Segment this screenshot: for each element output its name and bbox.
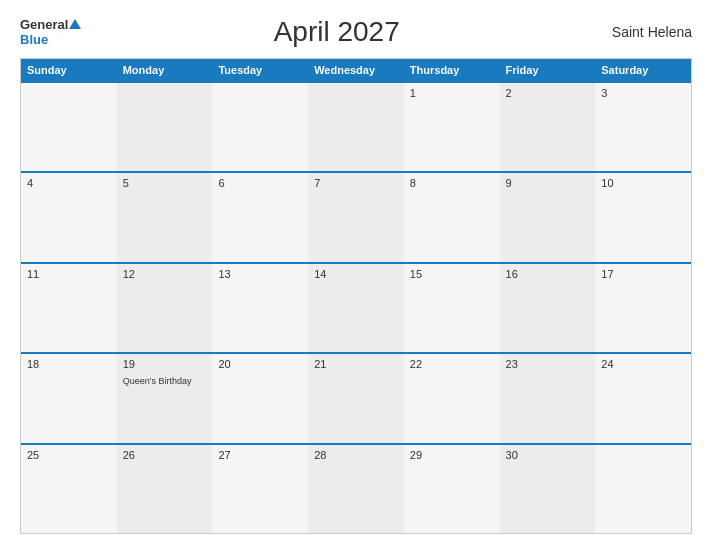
cell-w3-wed: 14 (308, 264, 404, 352)
cell-w3-sun: 11 (21, 264, 117, 352)
cell-w4-tue: 20 (212, 354, 308, 442)
cell-w1-sat: 3 (595, 83, 691, 171)
calendar-body: 1 2 3 4 5 6 7 8 9 10 11 12 13 14 15 (21, 81, 691, 533)
region-label: Saint Helena (592, 24, 692, 40)
header-thursday: Thursday (404, 59, 500, 81)
cell-w2-tue: 6 (212, 173, 308, 261)
logo-general-text: General (20, 17, 68, 32)
cell-w1-thu: 1 (404, 83, 500, 171)
cell-w5-wed: 28 (308, 445, 404, 533)
cell-w1-fri: 2 (500, 83, 596, 171)
week-4: 18 19 Queen's Birthday 20 21 22 23 24 (21, 352, 691, 442)
cell-w4-mon: 19 Queen's Birthday (117, 354, 213, 442)
cell-w2-mon: 5 (117, 173, 213, 261)
cell-w4-fri: 23 (500, 354, 596, 442)
week-2: 4 5 6 7 8 9 10 (21, 171, 691, 261)
header-friday: Friday (500, 59, 596, 81)
week-1: 1 2 3 (21, 81, 691, 171)
logo-blue-text: Blue (20, 32, 48, 47)
cell-w4-sat: 24 (595, 354, 691, 442)
cell-w1-mon (117, 83, 213, 171)
calendar-page: General Blue April 2027 Saint Helena Sun… (0, 0, 712, 550)
cell-w5-mon: 26 (117, 445, 213, 533)
calendar-header: Sunday Monday Tuesday Wednesday Thursday… (21, 59, 691, 81)
queens-birthday-event: Queen's Birthday (123, 376, 192, 386)
cell-w5-sat (595, 445, 691, 533)
cell-w3-sat: 17 (595, 264, 691, 352)
header-monday: Monday (117, 59, 213, 81)
cell-w1-sun (21, 83, 117, 171)
logo: General Blue (20, 17, 81, 47)
week-5: 25 26 27 28 29 30 (21, 443, 691, 533)
header-sunday: Sunday (21, 59, 117, 81)
cell-w5-thu: 29 (404, 445, 500, 533)
cell-w4-wed: 21 (308, 354, 404, 442)
cell-w3-thu: 15 (404, 264, 500, 352)
cell-w2-wed: 7 (308, 173, 404, 261)
cell-w5-fri: 30 (500, 445, 596, 533)
cell-w2-sun: 4 (21, 173, 117, 261)
calendar-title: April 2027 (81, 16, 592, 48)
cell-w1-wed (308, 83, 404, 171)
cell-w1-tue (212, 83, 308, 171)
cell-w2-fri: 9 (500, 173, 596, 261)
week-3: 11 12 13 14 15 16 17 (21, 262, 691, 352)
cell-w3-fri: 16 (500, 264, 596, 352)
cell-w4-sun: 18 (21, 354, 117, 442)
cell-w2-sat: 10 (595, 173, 691, 261)
calendar-grid: Sunday Monday Tuesday Wednesday Thursday… (20, 58, 692, 534)
cell-w2-thu: 8 (404, 173, 500, 261)
cell-w5-tue: 27 (212, 445, 308, 533)
cell-w5-sun: 25 (21, 445, 117, 533)
header-tuesday: Tuesday (212, 59, 308, 81)
logo-triangle-icon (69, 19, 81, 29)
cell-w4-thu: 22 (404, 354, 500, 442)
header-saturday: Saturday (595, 59, 691, 81)
page-header: General Blue April 2027 Saint Helena (20, 16, 692, 48)
cell-w3-tue: 13 (212, 264, 308, 352)
cell-w3-mon: 12 (117, 264, 213, 352)
header-wednesday: Wednesday (308, 59, 404, 81)
